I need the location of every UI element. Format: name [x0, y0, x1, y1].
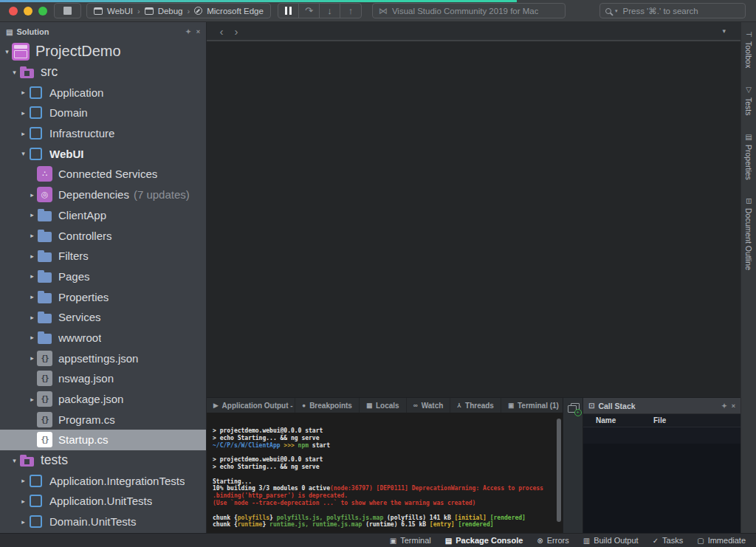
- expander-open-icon[interactable]: ▾: [10, 69, 19, 76]
- tree-item-label: Filters: [58, 250, 89, 262]
- terminal-segment: > projectdemo.webui@0.0.0 start: [213, 456, 323, 463]
- tab-watch[interactable]: ∞Watch: [407, 398, 451, 413]
- step-over-button[interactable]: ↷: [299, 4, 320, 18]
- close-pad-icon[interactable]: ×: [196, 28, 200, 35]
- json-icon: {}: [37, 391, 52, 407]
- expander-closed-icon[interactable]: ▸: [27, 334, 37, 341]
- statusbar-item-immediate[interactable]: ▢Immediate: [697, 536, 746, 545]
- expander-closed-icon[interactable]: ▸: [27, 354, 37, 362]
- tab-threads[interactable]: YThreads: [450, 398, 501, 413]
- expander-closed-icon[interactable]: ▸: [27, 272, 37, 280]
- new-terminal-button[interactable]: +: [568, 403, 579, 413]
- dependencies-icon: ◎: [37, 187, 52, 202]
- terminal-view[interactable]: > projectdemo.webui@0.0.0 start> echo St…: [207, 413, 563, 533]
- pin-pad-icon[interactable]: ✦: [185, 28, 191, 35]
- expander-closed-icon[interactable]: ▸: [27, 314, 37, 321]
- dock-tab-document-outline[interactable]: ⊟Document Outline: [744, 198, 753, 269]
- tree-item-domain[interactable]: ▸Domain: [0, 103, 206, 123]
- statusbar-item-errors[interactable]: ⊗Errors: [537, 536, 568, 545]
- tree-item-dependencies[interactable]: ▸◎Dependencies(7 updates): [0, 185, 206, 205]
- pause-button[interactable]: [278, 4, 299, 18]
- column-header-name[interactable]: Name: [596, 416, 616, 424]
- zoom-window-button[interactable]: [38, 7, 47, 16]
- bottom-tab-bar: ▶Application Output - Web●Breakpoints▦Lo…: [207, 398, 563, 413]
- run-configuration-selector[interactable]: WebUI › Debug › Microsoft Edge: [86, 3, 271, 18]
- minimize-window-button[interactable]: [24, 7, 32, 16]
- tree-item-webui[interactable]: ▾WebUI: [0, 143, 206, 164]
- tree-item-tests[interactable]: ▾tests: [0, 450, 206, 471]
- tree-item-infrastructure[interactable]: ▸Infrastructure: [0, 123, 206, 144]
- expander-closed-icon[interactable]: ▸: [27, 232, 37, 239]
- tree-item-application-integrationtests[interactable]: ▸Application.IntegrationTests: [0, 470, 206, 491]
- tab-locals[interactable]: ▦Locals: [360, 398, 407, 413]
- tree-item-application-unittests[interactable]: ▸Application.UnitTests: [0, 491, 206, 512]
- column-header-file[interactable]: File: [653, 416, 666, 424]
- terminal-scrollbar[interactable]: [557, 419, 561, 522]
- tree-item-program-cs[interactable]: {}Program.cs: [0, 409, 206, 430]
- dock-tab-label: Document Outline: [744, 208, 753, 270]
- statusbar-item-terminal[interactable]: ▣Terminal: [390, 536, 431, 545]
- project-icon: [30, 515, 42, 528]
- search-input[interactable]: [623, 7, 740, 16]
- expander-closed-icon[interactable]: ▸: [18, 109, 28, 117]
- tree-item-controllers[interactable]: ▸Controllers: [0, 225, 206, 246]
- tab-application-output-web[interactable]: ▶Application Output - Web: [207, 398, 295, 413]
- expander-closed-icon[interactable]: ▸: [27, 293, 37, 300]
- expander-open-icon[interactable]: ▾: [18, 150, 28, 157]
- navigate-back-button[interactable]: ‹: [214, 25, 229, 38]
- close-pad-icon[interactable]: ×: [732, 402, 735, 410]
- folder-purple-icon: [19, 453, 35, 468]
- statusbar-item-build-output[interactable]: ▥Build Output: [583, 536, 639, 545]
- window-top-accent: [0, 0, 517, 2]
- terminal-panel: ▶Application Output - Web●Breakpoints▦Lo…: [207, 398, 563, 533]
- expander-closed-icon[interactable]: ▸: [18, 498, 28, 505]
- services-icon: ∴: [37, 166, 52, 182]
- tab-breakpoints[interactable]: ●Breakpoints: [295, 398, 360, 413]
- expander-closed-icon[interactable]: ▸: [27, 191, 37, 199]
- tree-item-services[interactable]: ▸Services: [0, 307, 206, 328]
- expander-open-icon[interactable]: ▾: [2, 48, 12, 55]
- step-into-button[interactable]: ↓: [320, 4, 340, 18]
- expander-open-icon[interactable]: ▾: [10, 457, 19, 464]
- tree-item-wwwroot[interactable]: ▸wwwroot: [0, 328, 206, 348]
- tree-item-properties[interactable]: ▸Properties: [0, 286, 206, 307]
- tree-item-label: Application: [49, 86, 103, 99]
- expander-closed-icon[interactable]: ▸: [18, 518, 28, 526]
- statusbar-item-package-console[interactable]: ▤Package Console: [445, 536, 523, 545]
- tree-item-pages[interactable]: ▸Pages: [0, 266, 206, 287]
- document-dropdown-icon[interactable]: ▾: [722, 27, 726, 35]
- dock-tab-properties[interactable]: ▤Properties: [744, 133, 753, 180]
- search-box[interactable]: ▾: [599, 3, 746, 18]
- close-window-button[interactable]: [9, 7, 18, 16]
- tree-item-application[interactable]: ▸Application: [0, 82, 206, 103]
- navigate-forward-button[interactable]: ›: [229, 25, 244, 38]
- play-icon: ▶: [213, 402, 219, 409]
- tree-item-package-json[interactable]: ▸{}package.json: [0, 389, 206, 410]
- tree-item-appsettings-json[interactable]: ▸{}appsettings.json: [0, 348, 206, 368]
- terminal-segment: polyfills: [238, 515, 269, 521]
- expander-closed-icon[interactable]: ▸: [18, 477, 28, 484]
- dock-tab-toolbox[interactable]: ⊤Toolbox: [744, 31, 753, 68]
- stop-button[interactable]: [54, 3, 81, 18]
- tree-item-filters[interactable]: ▸Filters: [0, 246, 206, 266]
- tree-item-connected-services[interactable]: ∴Connected Services: [0, 164, 206, 185]
- tree-item-domain-unittests[interactable]: ▸Domain.UnitTests: [0, 512, 206, 532]
- tree-item-startup-cs[interactable]: {}Startup.cs: [0, 430, 206, 450]
- editor-area[interactable]: [207, 41, 740, 397]
- expander-closed-icon[interactable]: ▸: [27, 396, 37, 403]
- tree-item-clientapp[interactable]: ▸ClientApp: [0, 205, 206, 226]
- dock-tab-tests[interactable]: ▽Tests: [744, 86, 753, 116]
- tree-item-projectdemo[interactable]: ▾ProjectDemo: [0, 41, 206, 62]
- tab-terminal-1[interactable]: ▣Terminal (1): [501, 398, 566, 413]
- expander-closed-icon[interactable]: ▸: [18, 130, 28, 137]
- tree-item-nswag-json[interactable]: {}nswag.json: [0, 368, 206, 389]
- pin-pad-icon[interactable]: ✦: [721, 402, 727, 410]
- expander-closed-icon[interactable]: ▸: [18, 89, 28, 96]
- expander-closed-icon[interactable]: ▸: [27, 211, 37, 219]
- tree-item-src[interactable]: ▾src: [0, 62, 206, 83]
- expander-closed-icon[interactable]: ▸: [27, 252, 37, 260]
- configuration-icon: [145, 7, 154, 15]
- statusbar-item-tasks[interactable]: ✓Tasks: [653, 536, 684, 545]
- step-out-button[interactable]: ↑: [340, 4, 361, 18]
- terminal-segment: > echo Starting... && ng serve: [213, 435, 320, 441]
